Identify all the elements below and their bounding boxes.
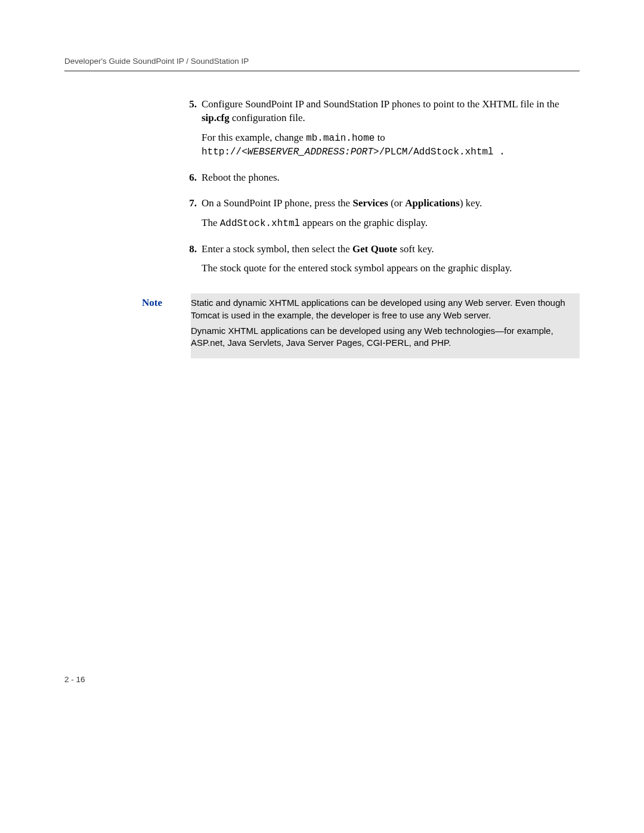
text: The stock quote for the entered stock sy… [202,262,580,275]
step-number: 6. [181,171,202,191]
text: ) key. [460,197,482,209]
bold-text: Get Quote [352,243,397,255]
text: configuration file. [230,112,305,123]
text: Configure SoundPoint IP and SoundStation… [202,98,559,110]
code-text: AddStock.xhtml [220,218,300,229]
note-label: Note [142,293,191,358]
step-number: 7. [181,197,202,237]
page-number: 2 - 16 [64,675,85,684]
step-number: 5. [181,98,202,165]
text: On a SoundPoint IP phone, press the [202,197,352,209]
step-6: 6. Reboot the phones. [181,171,580,191]
bold-text: Applications [405,197,460,209]
note-body: Static and dynamic XHTML applications ca… [191,293,580,358]
running-header: Developer's Guide SoundPoint IP / SoundS… [64,57,580,72]
text: to [374,132,385,143]
step-body: Enter a stock symbol, then select the Ge… [202,243,580,282]
note-paragraph: Dynamic XHTML applications can be develo… [191,325,574,349]
step-7: 7. On a SoundPoint IP phone, press the S… [181,197,580,237]
text: Reboot the phones. [202,171,580,185]
note-box: Note Static and dynamic XHTML applicatio… [142,293,580,358]
text: Enter a stock symbol, then select the [202,243,352,255]
text: The [202,217,220,228]
code-text: http://< [202,147,247,157]
step-5: 5. Configure SoundPoint IP and SoundStat… [181,98,580,165]
step-number: 8. [181,243,202,282]
text: (or [388,197,405,209]
step-8: 8. Enter a stock symbol, then select the… [181,243,580,282]
step-body: Reboot the phones. [202,171,580,191]
text: For this example, change [202,132,306,143]
step-body: Configure SoundPoint IP and SoundStation… [202,98,580,165]
page: Developer's Guide SoundPoint IP / SoundS… [0,0,644,833]
code-italic: WEBSERVER_ADDRESS:PORT [247,147,373,157]
note-paragraph: Static and dynamic XHTML applications ca… [191,297,574,321]
code-text: >/PLCM/AddStock.xhtml . [373,147,505,157]
step-body: On a SoundPoint IP phone, press the Serv… [202,197,580,237]
bold-text: sip.cfg [202,112,230,123]
code-text: mb.main.home [306,133,374,144]
bold-text: Services [352,197,388,209]
content-area: 5. Configure SoundPoint IP and SoundStat… [181,98,580,281]
text: soft key. [397,243,434,255]
text: appears on the graphic display. [300,217,428,228]
